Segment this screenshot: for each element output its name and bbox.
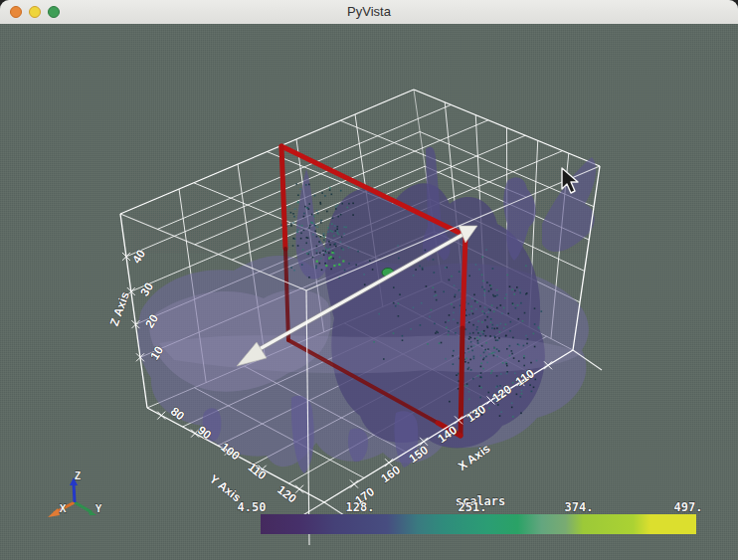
scalar-label-4: 497. xyxy=(674,500,703,514)
scalar-label-0: 4.50 xyxy=(238,500,267,514)
orientation-z-label: Z xyxy=(75,470,81,481)
window-titlebar[interactable]: PyVista xyxy=(0,0,738,25)
orientation-x-label: X xyxy=(60,503,67,514)
pyvista-window: PyVista xyxy=(0,0,738,560)
scalar-label-1: 128. xyxy=(346,500,375,514)
scalar-label-2: 251. xyxy=(459,500,487,514)
scalar-label-3: 374. xyxy=(565,500,594,514)
colorbar-ramp xyxy=(261,514,696,534)
window-title: PyVista xyxy=(0,4,738,19)
render-viewport[interactable]: 40 30 20 10 Z Axis 80 90 100 110 120 Y A… xyxy=(0,24,738,560)
orientation-y-label: Y xyxy=(95,503,102,514)
